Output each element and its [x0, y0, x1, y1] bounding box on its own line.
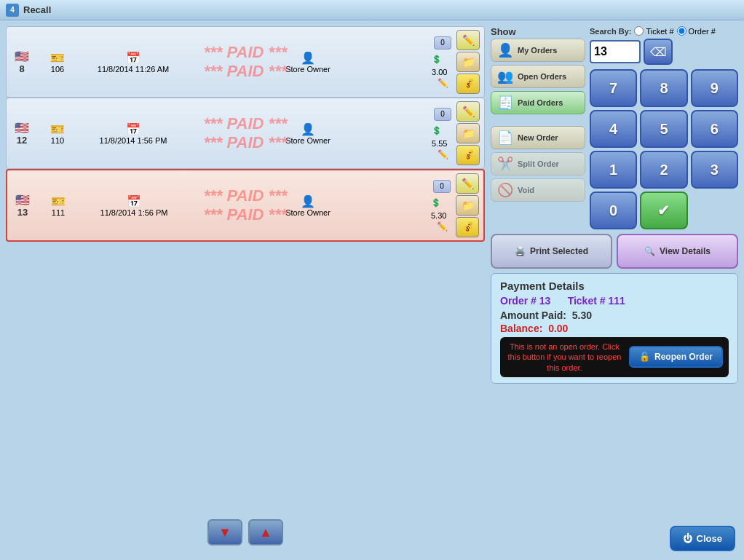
app-icon: 4	[6, 4, 19, 17]
ticket-radio-label[interactable]: Ticket #	[634, 26, 673, 36]
status-box: 0	[434, 108, 451, 121]
pagination-nav: ▼ ▲	[207, 519, 283, 545]
owner-col: 👤 Store Owner	[188, 194, 428, 217]
print-view-row: 🖨️ Print Selected 🔍 View Details	[491, 234, 738, 269]
ticket-col: 🎫 111	[36, 194, 80, 217]
order-num-col: 🇺🇸 8	[11, 50, 33, 74]
order-number: 8	[19, 63, 24, 74]
money-button[interactable]: 💰	[456, 74, 480, 94]
order-num-pd: 13	[539, 295, 551, 307]
edit-button[interactable]: ✏️	[456, 173, 479, 194]
money-button[interactable]: 💰	[456, 217, 479, 237]
new-order-button[interactable]: 📄 New Order	[491, 126, 585, 149]
action-buttons: ✏️ 📁 💰	[456, 101, 480, 165]
num-8-button[interactable]: 8	[640, 69, 687, 107]
show-label: Show	[491, 26, 585, 37]
num-5-button[interactable]: 5	[640, 110, 687, 148]
new-order-label: New Order	[518, 133, 558, 142]
order-row[interactable]: 🇺🇸 12 🎫 110 📅 11/8/2014 1:56 PM 👤 Store …	[6, 98, 485, 169]
reopen-section: This is not an open order. Click this bu…	[500, 337, 729, 377]
edit-button[interactable]: ✏️	[456, 101, 480, 122]
num-2-button[interactable]: 2	[640, 151, 687, 189]
power-icon: ⏻	[683, 533, 692, 544]
close-button[interactable]: ⏻ Close	[670, 526, 735, 551]
flag-icon: 🇺🇸	[15, 121, 29, 135]
edit-button[interactable]: ✏️	[456, 30, 480, 50]
pencil-small-icon: ✏️	[437, 221, 448, 232]
window-title: Recall	[23, 4, 51, 15]
pencil-small-icon: ✏️	[438, 149, 448, 159]
reopen-order-button[interactable]: 🔓 Reopen Order	[629, 346, 723, 368]
print-selected-label: Print Selected	[530, 246, 588, 256]
folder-button[interactable]: 📁	[456, 195, 479, 216]
action-buttons: ✏️ 📁 💰	[456, 173, 479, 237]
num-9-button[interactable]: 9	[691, 69, 738, 107]
ticket-num: 110	[51, 136, 64, 145]
reopen-icon: 🔓	[639, 352, 650, 362]
owner-icon: 👤	[301, 51, 315, 65]
void-button[interactable]: 🚫 Void	[491, 178, 585, 202]
open-orders-icon: 👥	[497, 68, 513, 84]
order-row[interactable]: 🇺🇸 8 🎫 106 📅 11/8/2014 11:26 AM 👤 Store …	[6, 26, 485, 98]
open-orders-button[interactable]: 👥 Open Orders	[491, 65, 585, 88]
ticket-num-pd: 111	[608, 295, 625, 307]
split-order-button[interactable]: ✂️ Split Order	[491, 152, 585, 176]
orders-panel: 🇺🇸 8 🎫 106 📅 11/8/2014 11:26 AM 👤 Store …	[6, 26, 485, 554]
status-col: 0 💲 3.00 ✏️	[432, 36, 454, 88]
magnify-icon: 🔍	[644, 246, 655, 256]
ticket-label: Ticket #	[646, 27, 673, 36]
my-orders-button[interactable]: 👤 My Orders	[491, 39, 585, 62]
num-1-button[interactable]: 1	[590, 151, 637, 189]
order-date: 11/8/2014 1:56 PM	[100, 136, 167, 145]
amount-value: 5.30	[572, 309, 592, 321]
payment-title: Payment Details	[500, 280, 729, 292]
owner-col: 👤 Store Owner	[187, 51, 429, 74]
balance-value: 0.00	[548, 323, 568, 334]
pencil-small-icon: ✏️	[438, 78, 448, 88]
ticket-radio[interactable]	[634, 26, 644, 36]
order-radio[interactable]	[677, 26, 686, 36]
num-7-button[interactable]: 7	[590, 69, 637, 107]
order-radio-label[interactable]: Order #	[677, 26, 716, 36]
paid-orders-icon: 🧾	[497, 95, 513, 111]
order-num-col: 🇺🇸 12	[11, 121, 33, 146]
order-amount: 5.55	[432, 139, 447, 148]
split-order-icon: ✂️	[497, 156, 513, 172]
paid-orders-button[interactable]: 🧾 Paid Orders	[491, 91, 585, 114]
owner-name: Store Owner	[285, 65, 331, 74]
new-order-icon: 📄	[497, 130, 513, 146]
void-icon: 🚫	[497, 182, 513, 198]
num-0-button[interactable]: 0	[590, 192, 637, 229]
scroll-down-button[interactable]: ▼	[207, 519, 242, 545]
scroll-up-button[interactable]: ▲	[248, 519, 283, 545]
order-num-col: 🇺🇸 13	[12, 193, 33, 218]
enter-button[interactable]: ✔	[640, 192, 687, 229]
dollar-icon: 💲	[432, 55, 442, 63]
calendar-icon: 📅	[126, 51, 141, 65]
num-3-button[interactable]: 3	[691, 151, 738, 189]
backspace-button[interactable]: ⌫	[644, 39, 673, 65]
view-details-button[interactable]: 🔍 View Details	[617, 234, 738, 269]
search-input[interactable]	[590, 40, 641, 63]
owner-icon: 👤	[301, 122, 315, 136]
owner-icon: 👤	[301, 194, 315, 208]
owner-name: Store Owner	[285, 136, 331, 145]
ticket-num: 111	[52, 208, 65, 217]
folder-button[interactable]: 📁	[456, 52, 480, 72]
search-row: Search By: Ticket # Order #	[590, 26, 738, 36]
num-4-button[interactable]: 4	[590, 110, 637, 148]
date-col: 📅 11/8/2014 1:56 PM	[82, 122, 184, 145]
view-details-label: View Details	[660, 246, 711, 256]
money-button[interactable]: 💰	[456, 145, 480, 165]
num-6-button[interactable]: 6	[691, 110, 738, 148]
flag-icon: 🇺🇸	[15, 193, 30, 207]
open-orders-label: Open Orders	[518, 72, 566, 81]
ticket-label-pd: Ticket #	[568, 295, 606, 307]
order-row[interactable]: 🇺🇸 13 🎫 111 📅 11/8/2014 1:56 PM 👤 Store …	[6, 169, 485, 242]
amount-col: 💲 3.00	[432, 52, 454, 78]
calendar-icon: 📅	[127, 194, 141, 208]
status-col: 0 💲 5.30 ✏️	[431, 180, 453, 232]
folder-button[interactable]: 📁	[456, 123, 480, 143]
print-selected-button[interactable]: 🖨️ Print Selected	[491, 234, 612, 269]
amount-paid-row: Amount Paid: 5.30	[500, 309, 729, 321]
